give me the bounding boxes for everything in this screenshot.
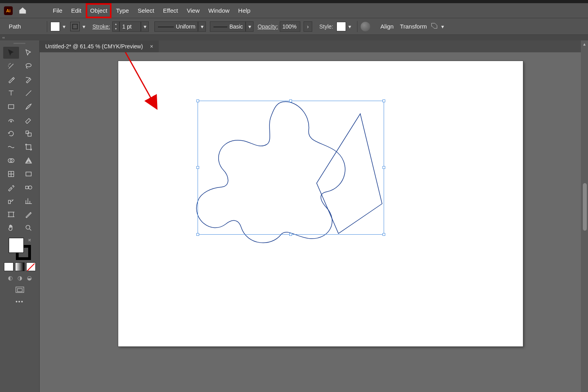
stroke-weight-stepper[interactable]: ▴▾ [112, 21, 119, 32]
shaper-tool[interactable] [3, 114, 19, 126]
symbol-sprayer-tool[interactable] [3, 195, 19, 207]
handle-w[interactable] [196, 166, 199, 169]
svg-rect-9 [26, 172, 31, 176]
rotate-tool[interactable] [3, 128, 19, 140]
menu-edit[interactable]: Edit [67, 3, 86, 18]
canvas[interactable] [40, 52, 581, 392]
width-tool[interactable] [3, 141, 19, 153]
direct-selection-tool[interactable] [21, 47, 37, 59]
type-tool[interactable] [3, 87, 19, 99]
handle-e[interactable] [382, 166, 385, 169]
menu-object[interactable]: Object [86, 3, 111, 18]
menu-help[interactable]: Help [234, 3, 255, 18]
stroke-color-control[interactable]: ▾ [70, 21, 88, 32]
selection-bounding-box[interactable] [198, 101, 384, 235]
chevron-down-icon: ▾ [60, 22, 68, 31]
color-mode-solid[interactable] [4, 262, 13, 271]
paintbrush-tool[interactable] [21, 101, 37, 113]
separator [357, 21, 357, 32]
svg-point-14 [26, 225, 30, 229]
home-icon[interactable] [18, 6, 27, 15]
handle-sw[interactable] [196, 233, 199, 236]
panel-collapse-strip[interactable]: ‹‹ [0, 35, 588, 40]
menu-file[interactable]: File [48, 3, 67, 18]
graphic-style-control[interactable]: ▾ [336, 21, 354, 32]
brush-definition[interactable]: Basic [210, 21, 246, 32]
hand-tool[interactable] [3, 222, 19, 234]
style-label: Style: [319, 23, 333, 30]
handle-se[interactable] [382, 233, 385, 236]
zoom-tool[interactable] [21, 222, 37, 234]
stroke-panel-link[interactable]: Stroke: [92, 23, 110, 30]
slice-tool[interactable] [21, 208, 37, 220]
handle-n[interactable] [289, 99, 292, 102]
line-segment-tool[interactable] [21, 87, 37, 99]
variable-width-profile[interactable]: Uniform [154, 21, 198, 32]
close-tab-icon[interactable]: × [150, 43, 153, 50]
control-overflow[interactable]: ▾ [439, 22, 447, 31]
color-mode-gradient[interactable] [15, 262, 25, 271]
fill-stroke-indicator[interactable]: ⤮ [8, 238, 32, 260]
scroll-up-arrow[interactable]: ▲ [582, 42, 586, 46]
svg-rect-3 [26, 131, 29, 134]
mesh-tool[interactable] [3, 168, 19, 180]
pen-tool[interactable] [3, 74, 19, 86]
gradient-tool[interactable] [21, 168, 37, 180]
graphic-style-swatch [336, 22, 346, 31]
selection-tool[interactable] [3, 47, 19, 59]
free-transform-tool[interactable] [21, 141, 37, 153]
brush-dropdown[interactable]: ▾ [246, 21, 254, 32]
perspective-grid-tool[interactable] [21, 155, 37, 166]
screen-mode-button[interactable] [15, 286, 25, 295]
draw-inside-icon[interactable]: ◒ [26, 274, 33, 281]
transform-panel-link[interactable]: Transform [400, 23, 427, 30]
swap-fill-stroke-icon[interactable]: ⤮ [28, 238, 31, 242]
fill-swatch [50, 22, 60, 31]
draw-normal-icon[interactable]: ◐ [7, 274, 14, 281]
recolor-artwork-icon[interactable] [361, 22, 370, 31]
color-mode-none[interactable] [26, 262, 36, 271]
fill-color-control[interactable]: ▾ [50, 21, 68, 32]
svg-point-11 [29, 186, 32, 189]
stroke-weight-input[interactable]: 1 pt [119, 21, 141, 32]
vertical-scrollbar[interactable]: ▲ [581, 40, 588, 392]
shape-builder-tool[interactable] [3, 155, 19, 166]
curvature-tool[interactable] [21, 74, 37, 86]
svg-point-0 [26, 63, 31, 67]
handle-s[interactable] [289, 233, 292, 236]
menu-select[interactable]: Select [133, 3, 159, 18]
align-panel-link[interactable]: Align [380, 23, 394, 30]
menu-window[interactable]: Window [204, 3, 234, 18]
eraser-tool[interactable] [21, 114, 37, 126]
handle-ne[interactable] [382, 99, 385, 102]
opacity-more[interactable]: › [304, 21, 312, 32]
scrollbar-thumb[interactable] [583, 183, 587, 231]
handle-nw[interactable] [196, 99, 199, 102]
selection-context-label: Path [4, 23, 44, 30]
menu-view[interactable]: View [183, 3, 204, 18]
scale-tool[interactable] [21, 128, 37, 140]
panel-grip[interactable] [10, 41, 30, 45]
magic-wand-tool[interactable] [3, 60, 19, 72]
chevron-down-icon: ▾ [346, 22, 354, 31]
default-fill-stroke-icon[interactable] [8, 254, 13, 260]
blend-tool[interactable] [21, 182, 37, 193]
fill-indicator[interactable] [9, 238, 24, 253]
stroke-weight-dropdown[interactable]: ▾ [141, 21, 149, 32]
artboard-tool[interactable] [3, 208, 19, 220]
opacity-input[interactable]: 100% [280, 21, 300, 32]
app-icon[interactable]: Ai [4, 6, 13, 15]
menu-type[interactable]: Type [111, 3, 133, 18]
profile-dropdown[interactable]: ▾ [198, 21, 206, 32]
menu-effect[interactable]: Effect [159, 3, 183, 18]
svg-rect-13 [9, 212, 13, 217]
draw-behind-icon[interactable]: ◑ [16, 274, 23, 281]
column-graph-tool[interactable] [21, 195, 37, 207]
document-tab[interactable]: Untitled-2* @ 61.45 % (CMYK/Preview) × [40, 40, 159, 52]
eyedropper-tool[interactable] [3, 182, 19, 193]
edit-toolbar-button[interactable]: ••• [15, 298, 24, 305]
opacity-panel-link[interactable]: Opacity: [257, 23, 278, 30]
lasso-tool[interactable] [21, 60, 37, 72]
rectangle-tool[interactable] [3, 101, 19, 113]
isolate-object-icon[interactable] [430, 21, 439, 31]
